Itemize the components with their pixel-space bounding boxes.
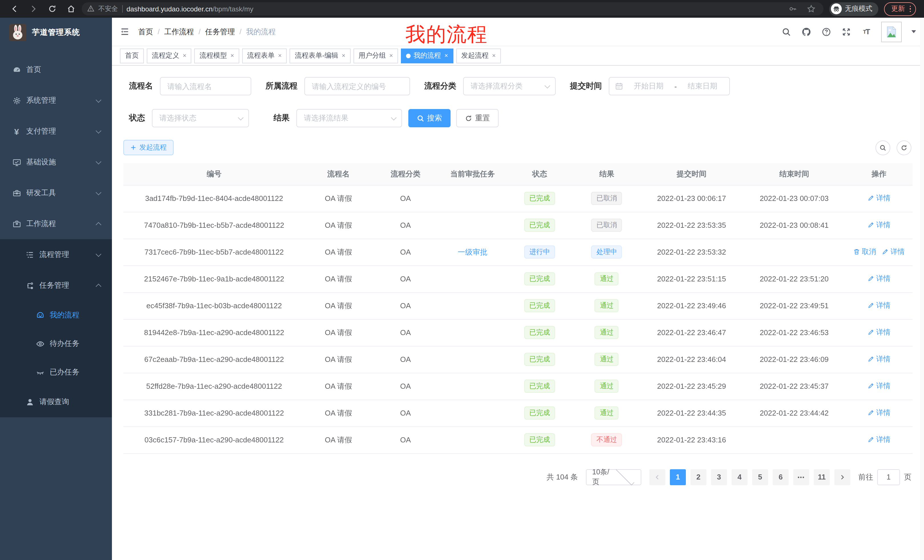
goto-page-input[interactable]: [877, 469, 900, 485]
app-logo[interactable]: 芋道管理系统: [0, 18, 112, 47]
cell-actions: 详情: [846, 212, 913, 239]
tab-用户分组[interactable]: 用户分组×: [354, 48, 398, 63]
cell-submit-time: 2022-01-22 23:53:32: [640, 239, 742, 265]
cell-id: 52ffd28e-7b9a-11ec-a290-acde48001122: [123, 373, 305, 400]
result-select[interactable]: 请选择流结果: [296, 109, 402, 127]
refresh-button[interactable]: [897, 140, 911, 155]
action-detail-link[interactable]: 详情: [868, 408, 891, 418]
action-cancel-link[interactable]: 取消: [854, 247, 876, 257]
avatar-dropdown-icon[interactable]: [911, 30, 916, 33]
browser-update-button[interactable]: 更新: [884, 2, 916, 16]
sidebar-item-dev-tools[interactable]: 研发工具: [0, 178, 112, 208]
name-input[interactable]: [160, 77, 251, 95]
pagination-page-5[interactable]: 5: [752, 469, 768, 485]
sidebar-collapse-icon[interactable]: [119, 26, 130, 37]
edit-icon: [868, 302, 874, 309]
close-icon[interactable]: ×: [390, 52, 393, 59]
pagination-page-3[interactable]: 3: [711, 469, 727, 485]
tab-发起流程[interactable]: 发起流程×: [456, 48, 501, 63]
pagination-page-6[interactable]: 6: [772, 469, 789, 485]
sidebar-item-done-tasks[interactable]: 已办任务: [0, 358, 112, 386]
close-icon[interactable]: ×: [492, 52, 496, 59]
tab-流程表单[interactable]: 流程表单×: [242, 48, 287, 63]
pagination-page-4[interactable]: 4: [732, 469, 747, 485]
cell-current-task: [439, 265, 506, 292]
search-button[interactable]: 搜索: [408, 109, 451, 127]
sidebar-item-leave-query[interactable]: 请假查询: [0, 386, 112, 417]
result-badge: 不通过: [591, 433, 622, 446]
sidebar-item-my-process[interactable]: 我的流程: [0, 301, 112, 329]
breadcrumb-item: 我的流程: [246, 27, 276, 37]
fullscreen-icon[interactable]: [841, 27, 852, 37]
tab-我的流程[interactable]: 我的流程×: [401, 48, 453, 63]
action-detail-link[interactable]: 详情: [868, 220, 891, 230]
action-detail-link[interactable]: 详情: [882, 247, 905, 257]
tab-流程定义[interactable]: 流程定义×: [147, 48, 192, 63]
sidebar-item-home[interactable]: 首页: [0, 54, 112, 85]
browser-nav-buttons: [9, 4, 76, 14]
action-detail-link[interactable]: 详情: [868, 435, 891, 445]
pagination-next-button[interactable]: [834, 469, 850, 485]
sidebar-item-payment-manage[interactable]: ¥支付管理: [0, 116, 112, 147]
close-icon[interactable]: ×: [444, 52, 448, 59]
key-icon[interactable]: [788, 4, 798, 14]
filter-status: 状态 请选择状态: [129, 109, 249, 127]
sidebar-item-task-manage[interactable]: 任务管理: [0, 270, 112, 301]
action-detail-link[interactable]: 详情: [868, 355, 891, 364]
create-process-button[interactable]: 发起流程: [123, 140, 174, 155]
font-size-icon[interactable]: TT: [861, 27, 872, 37]
address-bar[interactable]: 不安全 dashboard.yudao.iocoder.cn/bpm/task/…: [82, 2, 823, 15]
filter-category: 流程分类 请选择流程分类: [424, 77, 556, 95]
sidebar-item-system-manage[interactable]: 系统管理: [0, 85, 112, 116]
cell-current-task: [439, 373, 506, 400]
current-task-link[interactable]: 一级审批: [458, 247, 488, 256]
tab-流程表单-编辑[interactable]: 流程表单-编辑×: [290, 48, 351, 63]
tab-首页[interactable]: 首页: [120, 48, 144, 63]
process-input[interactable]: [304, 77, 410, 95]
toggle-search-button[interactable]: [876, 140, 890, 155]
action-detail-link[interactable]: 详情: [868, 274, 891, 284]
pagination: 共 104 条 10条/页 123456•••11 前往 页: [123, 469, 913, 485]
pagination-page-11[interactable]: 11: [814, 469, 830, 485]
breadcrumb-item[interactable]: 工作流程: [164, 27, 194, 37]
sidebar-item-todo-tasks[interactable]: 待办任务: [0, 329, 112, 358]
close-icon[interactable]: ×: [230, 52, 234, 59]
cell-actions: 详情: [846, 427, 913, 453]
github-icon[interactable]: [801, 27, 812, 37]
pagination-page-2[interactable]: 2: [690, 469, 706, 485]
sidebar-item-workflow[interactable]: 工作流程: [0, 208, 112, 239]
scrollbar[interactable]: [920, 18, 924, 560]
cell-category: OA: [372, 400, 439, 427]
breadcrumb-item[interactable]: 任务管理: [205, 27, 235, 37]
action-detail-link[interactable]: 详情: [868, 301, 891, 310]
action-detail-link[interactable]: 详情: [868, 381, 891, 391]
close-icon[interactable]: ×: [342, 52, 345, 59]
cell-submit-time: 2022-01-22 23:53:35: [640, 212, 742, 239]
forward-icon[interactable]: [28, 4, 38, 14]
status-select[interactable]: 请选择状态: [152, 109, 249, 127]
home-icon[interactable]: [66, 4, 76, 14]
sidebar-item-process-manage[interactable]: 流程管理: [0, 239, 112, 270]
pagination-more-button[interactable]: •••: [793, 469, 809, 485]
help-icon[interactable]: [821, 27, 831, 37]
tab-流程模型[interactable]: 流程模型×: [195, 48, 239, 63]
page-size-select[interactable]: 10条/页: [586, 469, 641, 485]
action-detail-link[interactable]: 详情: [868, 328, 891, 337]
action-detail-link[interactable]: 详情: [868, 193, 891, 203]
pagination-page-1[interactable]: 1: [670, 469, 686, 485]
close-icon[interactable]: ×: [278, 52, 282, 59]
close-icon[interactable]: ×: [183, 52, 186, 59]
browser-menu-icon[interactable]: [909, 6, 911, 12]
breadcrumb-item[interactable]: 首页: [138, 27, 153, 37]
result-badge: 通过: [595, 353, 619, 366]
star-icon[interactable]: [806, 4, 816, 14]
category-select[interactable]: 请选择流程分类: [463, 77, 556, 95]
reload-icon[interactable]: [47, 4, 57, 14]
avatar[interactable]: [881, 21, 902, 42]
status-badge: 已完成: [524, 406, 555, 419]
back-icon[interactable]: [9, 4, 20, 14]
sidebar-item-infrastructure[interactable]: 基础设施: [0, 147, 112, 178]
daterange-picker[interactable]: 开始日期 - 结束日期: [609, 77, 730, 95]
search-icon[interactable]: [781, 27, 792, 37]
reset-button[interactable]: 重置: [456, 109, 498, 127]
